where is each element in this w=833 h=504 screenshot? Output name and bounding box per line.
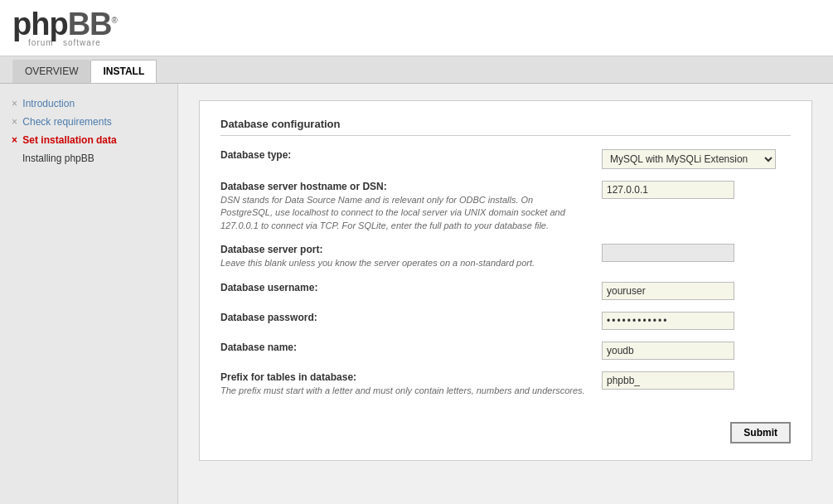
main-area: × Introduction × Check requirements × Se… [0, 84, 833, 504]
field-row-db-port: Database server port: Leave this blank u… [220, 244, 791, 269]
logo-registered: ® [112, 16, 117, 25]
logo-php: php [12, 7, 68, 41]
label-db-type: Database type: [220, 149, 585, 161]
db-username-input[interactable] [602, 282, 734, 300]
field-row-db-password: Database password: [220, 312, 791, 330]
label-db-prefix: Prefix for tables in database: [220, 371, 585, 383]
db-name-input[interactable] [602, 342, 734, 360]
section-title: Database configuration [220, 118, 791, 136]
desc-db-port: Leave this blank unless you know the ser… [220, 257, 585, 269]
input-col-db-password [602, 312, 791, 330]
sidebar-link-check-requirements[interactable]: Check requirements [22, 116, 111, 128]
input-col-db-name [602, 342, 791, 360]
label-col-db-username: Database username: [220, 282, 602, 293]
sidebar-item-set-installation-data: × Set installation data [8, 133, 169, 148]
logo-bb: BB [68, 7, 112, 41]
input-col-db-prefix [602, 371, 791, 390]
desc-db-hostname: DSN stands for Data Source Name and is r… [220, 194, 585, 232]
field-row-db-name: Database name: [220, 342, 791, 360]
label-db-hostname: Database server hostname or DSN: [220, 181, 585, 192]
label-col-db-hostname: Database server hostname or DSN: DSN sta… [220, 181, 602, 232]
field-row-db-type: Database type: MySQL with MySQLi Extensi… [220, 149, 791, 169]
label-db-port: Database server port: [220, 244, 585, 255]
field-row-db-username: Database username: [220, 282, 791, 300]
db-type-select[interactable]: MySQL with MySQLi Extension MySQL Postgr… [602, 149, 776, 169]
phpbb-logo: phpBB® forum software [12, 8, 117, 47]
label-db-name: Database name: [220, 342, 585, 353]
desc-db-prefix: The prefix must start with a letter and … [220, 385, 585, 397]
tabs-bar: OVERVIEW INSTALL [0, 56, 833, 84]
content-area: Database configuration Database type: My… [178, 84, 833, 504]
sidebar-item-installing-phpbb: Installing phpBB [8, 151, 169, 166]
label-col-db-prefix: Prefix for tables in database: The prefi… [220, 371, 602, 397]
label-col-db-password: Database password: [220, 312, 602, 323]
input-col-db-username [602, 282, 791, 300]
database-config-box: Database configuration Database type: My… [199, 100, 812, 461]
sidebar-item-check-requirements[interactable]: × Check requirements [8, 114, 169, 129]
bullet-set-installation: × [12, 134, 17, 146]
field-row-db-prefix: Prefix for tables in database: The prefi… [220, 371, 791, 397]
label-db-password: Database password: [220, 312, 585, 323]
sidebar-label-set-installation: Set installation data [22, 134, 116, 146]
submit-button[interactable]: Submit [730, 422, 791, 443]
sidebar-item-introduction[interactable]: × Introduction [8, 96, 169, 111]
sidebar-link-introduction[interactable]: Introduction [22, 98, 75, 109]
db-port-input[interactable] [602, 244, 734, 262]
label-db-username: Database username: [220, 282, 585, 293]
logo-area: phpBB® forum software [12, 8, 821, 47]
bullet-installing [12, 153, 17, 164]
db-prefix-input[interactable] [602, 371, 734, 390]
label-col-db-type: Database type: [220, 149, 602, 161]
field-row-db-hostname: Database server hostname or DSN: DSN sta… [220, 181, 791, 232]
sidebar: × Introduction × Check requirements × Se… [0, 84, 178, 504]
db-password-input[interactable] [602, 312, 734, 330]
bullet-introduction: × [12, 98, 17, 109]
tab-install[interactable]: INSTALL [90, 60, 157, 83]
input-col-db-type: MySQL with MySQLi Extension MySQL Postgr… [602, 149, 791, 169]
header: phpBB® forum software [0, 0, 833, 56]
label-col-db-name: Database name: [220, 342, 602, 353]
logo-text: phpBB® [12, 8, 117, 40]
db-hostname-input[interactable] [602, 181, 734, 199]
sidebar-label-installing: Installing phpBB [22, 153, 94, 164]
bullet-check-requirements: × [12, 116, 17, 128]
tab-overview[interactable]: OVERVIEW [12, 60, 90, 83]
input-col-db-hostname [602, 181, 791, 199]
input-col-db-port [602, 244, 791, 262]
label-col-db-port: Database server port: Leave this blank u… [220, 244, 602, 269]
submit-row: Submit [220, 414, 791, 443]
